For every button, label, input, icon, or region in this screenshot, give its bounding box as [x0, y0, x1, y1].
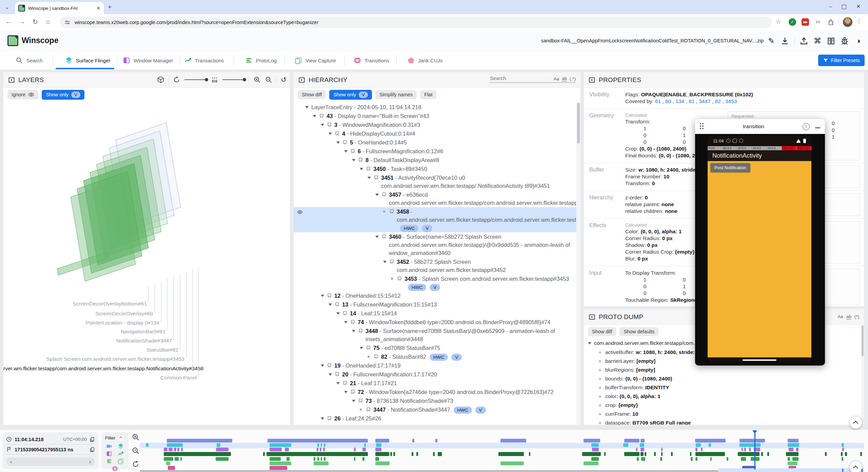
timeline-block-transactions[interactable] [582, 452, 601, 456]
eye-icon[interactable] [297, 209, 303, 215]
timeline-block-screen-recording[interactable] [739, 439, 765, 442]
hierarchy-tree-node[interactable]: 26 - Leaf:24:25#26 [294, 414, 576, 423]
hierarchy-tree-node[interactable]: 74 - WindowToken{fdddbe6 type=2000 andro… [294, 318, 576, 327]
show-diff-chip[interactable]: Show diff [588, 327, 616, 336]
timeline-block-window-manager[interactable] [701, 448, 703, 451]
timeline-block-screen-recording[interactable] [624, 439, 639, 442]
next-frame-button[interactable]: › [89, 459, 91, 465]
timeline-block-window-manager[interactable] [164, 448, 167, 451]
timeline-block-screen-recording[interactable] [695, 439, 726, 442]
tab-transitions[interactable]: Transitions [354, 52, 389, 69]
timeline-block-transactions[interactable] [416, 452, 418, 456]
timeline-block-screen-recording[interactable] [500, 439, 526, 442]
timeline-block-protolog[interactable] [314, 457, 315, 461]
timeline-block-screen-recording[interactable] [412, 439, 414, 442]
tab-search-chevron-icon[interactable]: ⌄ [3, 3, 11, 11]
theme-toggle-icon[interactable]: ◑ [854, 37, 863, 45]
expand-arrow-icon[interactable] [375, 194, 381, 196]
layer-spacing-icon[interactable] [211, 76, 218, 83]
layer-label[interactable]: StatusBar#82 [3, 347, 178, 353]
covered-by-link[interactable]: 82 [715, 98, 721, 104]
back-icon[interactable]: ← [5, 18, 12, 25]
hierarchy-tree-node[interactable]: 3 - WindowedMagnification:0:31#3 [294, 120, 576, 129]
timeline-block-transitions[interactable] [270, 466, 287, 470]
hierarchy-tree-node[interactable]: 3458 - com.android.server.wm.flicker.tes… [294, 207, 576, 232]
timeline-block-protolog[interactable] [637, 457, 639, 461]
timeline-block-window-manager[interactable] [177, 448, 179, 451]
timeline-block-transactions[interactable] [438, 452, 442, 456]
tab-search[interactable]: Search [16, 52, 43, 69]
window-minimize-button[interactable]: – [829, 3, 832, 9]
timeline-block-surface-flinger[interactable] [146, 443, 149, 447]
timeline-block-transactions[interactable] [624, 452, 639, 456]
timeline-block-protolog[interactable] [175, 457, 179, 461]
window-close-button[interactable]: ✕ [856, 3, 861, 9]
timeline-block-transactions[interactable] [845, 452, 847, 456]
show-only-chip[interactable]: Show only V [329, 90, 372, 100]
reset-view-icon[interactable]: ↺ [281, 76, 287, 83]
timeline-block-protolog[interactable] [321, 457, 322, 461]
timeline-block-protolog[interactable] [660, 457, 662, 461]
info-icon[interactable]: i [803, 123, 810, 130]
screen-recording-filter-icon[interactable] [106, 443, 112, 449]
hierarchy-tree-node[interactable]: 3447 - NotificationShade#3447HWCV [294, 405, 576, 414]
timeline-block-screen-recording[interactable] [167, 439, 232, 442]
hierarchy-tree-node[interactable]: 73 - 8736138 NotificationShade#73 [294, 396, 576, 405]
timeline-block-protolog[interactable] [695, 457, 697, 461]
match-case-icon[interactable]: Aa [837, 314, 843, 319]
timeline-block-window-manager[interactable] [216, 448, 229, 451]
timeline-block-window-manager[interactable] [789, 448, 793, 451]
timeline-block-window-manager[interactable] [181, 448, 183, 451]
timeline-block-window-manager[interactable] [362, 448, 366, 451]
timeline-block-surface-flinger[interactable] [217, 443, 220, 447]
timeline-block-view-capture[interactable] [270, 461, 291, 465]
timeline-block-surface-flinger[interactable] [640, 443, 644, 447]
timeline-block-transactions[interactable] [412, 452, 413, 456]
expand-arrow-icon[interactable] [352, 159, 358, 161]
collapse-timeline-fab[interactable] [850, 461, 862, 472]
zoom-out-icon[interactable] [132, 447, 140, 455]
timeline-block-protolog[interactable] [591, 457, 599, 461]
expand-arrow-icon[interactable] [329, 133, 335, 135]
timeline-block-window-manager[interactable] [796, 448, 798, 451]
timeline-block-protolog[interactable] [362, 457, 364, 461]
timeline-block-protolog[interactable] [710, 457, 712, 461]
rotation-icon[interactable] [173, 76, 180, 83]
layer-label[interactable]: PointerLocation - display 0#134 [3, 320, 159, 326]
timeline-block-transactions[interactable] [529, 452, 530, 456]
window-manager-filter-icon[interactable] [106, 451, 112, 457]
extensions-puzzle-icon[interactable] [827, 18, 835, 26]
collapse-panel-icon[interactable] [298, 77, 305, 83]
layer-label[interactable]: Common Panel [3, 375, 197, 381]
expand-arrow-icon[interactable] [352, 400, 358, 402]
extension-check-icon[interactable]: ✓ [789, 18, 796, 26]
expand-arrow-icon[interactable] [336, 382, 342, 385]
timestamp-human[interactable]: 11:04:14.218 [15, 437, 61, 442]
timeline-block-view-capture[interactable] [375, 461, 390, 465]
expand-arrow-icon[interactable] [383, 261, 389, 263]
timeline-block-surface-flinger[interactable] [364, 443, 366, 447]
tab-jank-cujs[interactable]: Jank CUJs [407, 52, 443, 69]
forward-icon[interactable]: → [19, 18, 25, 25]
timeline-block-transactions[interactable] [786, 452, 798, 456]
timeline-block-window-manager[interactable] [842, 448, 844, 451]
hierarchy-tree-node[interactable]: 3453 - Splash Screen com.android.server.… [294, 274, 576, 291]
view-capture-filter-icon[interactable] [118, 458, 124, 464]
match-word-icon[interactable]: ab [846, 314, 851, 319]
show-defaults-chip[interactable]: Show defaults [619, 327, 658, 336]
tab-transactions[interactable]: Transactions [184, 52, 224, 69]
timeline-block-protolog[interactable] [287, 457, 290, 461]
match-word-icon[interactable]: ab [562, 76, 567, 81]
timeline-block-surface-flinger[interactable] [842, 443, 844, 447]
timeline-block-window-manager[interactable] [749, 448, 751, 451]
copy-icon[interactable] [90, 437, 95, 442]
hierarchy-tree-node[interactable]: 13 - FullscreenMagnification:15:15#13 [294, 300, 576, 309]
collapse-panel-icon[interactable] [8, 77, 15, 83]
reload-icon[interactable]: ↻ [33, 18, 38, 26]
reset-zoom-icon[interactable] [132, 460, 140, 468]
hierarchy-tree-node[interactable]: 72 - WindowToken{a2746de type=2040 andro… [294, 388, 576, 396]
covered-by-link[interactable]: 61 [655, 98, 661, 104]
covered-by-link[interactable]: 3453 [725, 98, 737, 104]
layer-label[interactable]: ScreenDecorOverlay#60 [3, 311, 153, 317]
timeline-block-window-manager[interactable] [640, 448, 644, 451]
